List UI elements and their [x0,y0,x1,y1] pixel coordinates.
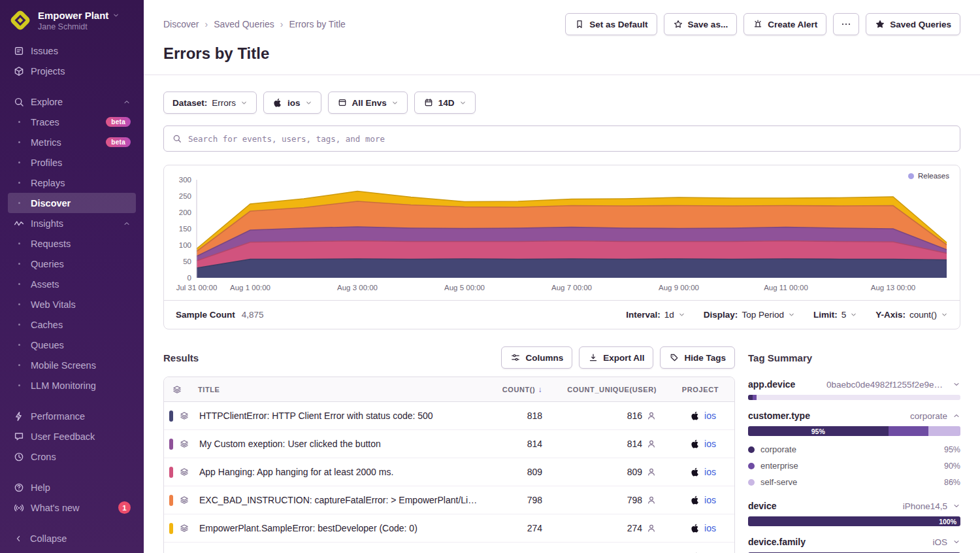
org-switcher[interactable]: Empower Plant Jane Schmidt [0,0,144,39]
sidebar-item-metrics[interactable]: Metricsbeta [8,132,136,152]
tag-value-link[interactable]: corporate [760,444,796,454]
project-link[interactable]: ios [704,523,716,533]
dataset-filter[interactable]: Dataset: Errors [163,92,257,114]
project-cell: ios [666,495,734,505]
sidebar-item-label: Assets [31,279,59,290]
tag-row-device-family[interactable]: device.familyiOS [748,537,960,547]
error-title-link[interactable]: My Custom exeption: User clicked the but… [198,439,486,449]
set-as-default-button[interactable]: Set as Default [565,13,657,35]
sidebar-item-mobile-screens[interactable]: Mobile Screens [8,355,136,375]
count-unique-value: 798 [627,495,642,505]
sidebar-item-crons[interactable]: Crons [8,446,136,467]
tag-distribution-bar: 95% [748,426,960,436]
hide-tags-button[interactable]: Hide Tags [660,346,735,369]
svg-text:Aug 13 00:00: Aug 13 00:00 [871,284,915,292]
sidebar-item-user-feedback[interactable]: User Feedback [8,426,136,446]
sidebar-item-profiles[interactable]: Profiles [8,152,136,173]
chart-footer: Sample Count 4,875 Interval: 1d Display:… [164,300,960,329]
table-row: EmpowerPlant.SampleError: bestDeveloper … [164,514,734,543]
interval-dropdown[interactable]: Interval: 1d [626,310,685,320]
tag-icon [669,352,679,363]
apple-icon [690,411,700,421]
environments-icon [337,97,348,108]
limit-dropdown[interactable]: Limit: 5 [813,310,857,320]
tag-top-value: iPhone14,5 [903,501,947,511]
sidebar-item-replays[interactable]: Replays [8,173,136,193]
export-all-button[interactable]: Export All [579,346,653,369]
column-header-count-unique[interactable]: COUNT_UNIQUE(USER) [551,386,666,394]
row-type-cell [164,467,198,478]
project-link[interactable]: ios [704,467,716,477]
tag-key: device.family [748,537,806,547]
bar-segment: 95% [748,426,889,436]
dataset-label: Dataset: [172,98,207,108]
sidebar-item-traces[interactable]: Tracesbeta [8,112,136,132]
legend-releases[interactable]: Releases [908,172,949,180]
display-dropdown[interactable]: Display: Top Period [704,310,795,320]
sidebar-item-insights[interactable]: Insights [8,213,136,233]
project-link[interactable]: ios [704,411,716,421]
projects-icon [13,65,25,77]
error-title-link[interactable]: App Hanging: App hanging for at least 20… [198,467,486,477]
column-header-project[interactable]: PROJECT [666,386,734,394]
series-color-swatch [169,411,173,422]
column-header-count[interactable]: COUNT() ↓ [486,385,551,394]
error-title-link[interactable]: HTTPClientError: HTTP Client Error with … [198,411,486,421]
date-range-filter[interactable]: 14D [414,92,476,114]
breadcrumb-separator: › [280,19,284,29]
project-link[interactable]: ios [704,495,716,505]
project-filter[interactable]: ios [263,92,321,114]
column-header-type [164,384,198,395]
count-cell: 814 [486,439,551,449]
tag-row-device[interactable]: deviceiPhone14,5 [748,501,960,511]
sidebar-item-performance[interactable]: Performance [8,406,136,426]
bullet-dot [13,137,25,148]
sidebar-item-projects[interactable]: Projects [8,61,136,81]
sidebar-item-queries[interactable]: Queries [8,254,136,274]
search-input[interactable] [188,134,952,144]
svg-text:100: 100 [179,241,191,249]
sidebar-item-label: Profiles [31,158,62,168]
more-options-button[interactable] [833,13,859,35]
sidebar-item-queues[interactable]: Queues [8,335,136,355]
column-label: PROJECT [682,386,719,394]
y-axis-label: Y-Axis: [875,310,906,320]
bullet-dot [13,258,25,270]
tag-breakdown-row: enterprise90% [748,458,960,474]
sidebar-item-assets[interactable]: Assets [8,274,136,294]
sidebar-item-llm-monitoring[interactable]: LLM Monitoring [8,375,136,395]
sidebar-item-web-vitals[interactable]: Web Vitals [8,294,136,314]
tag-row-app-device[interactable]: app.device0baebc0de4982f1255f2e9e9fb7… [748,379,960,390]
collapse-button[interactable]: Collapse [0,524,144,553]
tag-row-customer-type[interactable]: customer.typecorporate [748,411,960,421]
columns-button[interactable]: Columns [501,346,572,369]
sidebar-item-discover[interactable]: Discover [8,193,136,213]
sidebar-item-requests[interactable]: Requests [8,233,136,254]
create-alert-button[interactable]: Create Alert [743,13,826,35]
project-cell: ios [666,411,734,421]
project-link[interactable]: ios [704,439,716,449]
chevron-down-icon [953,502,960,510]
error-title-link[interactable]: EXC_BAD_INSTRUCTION: captureFatalError: … [198,495,486,505]
main: Discover › Saved Queries › Errors by Tit… [144,0,980,553]
sidebar-item-help[interactable]: Help [8,477,136,497]
project-filter-value: ios [287,98,301,108]
column-header-title[interactable]: TITLE [198,386,486,394]
sidebar-item-caches[interactable]: Caches [8,314,136,335]
tag-item-customer-type: customer.typecorporate95%corporate95%ent… [748,411,960,490]
tag-item-device-family: device.familyiOS100% [748,537,960,553]
tag-value-link[interactable]: enterprise [760,461,798,471]
limit-value: 5 [841,310,847,320]
error-title-link[interactable]: EmpowerPlant.SampleError: bestDeveloper … [198,523,486,533]
sidebar-item-what-s-new[interactable]: What's new1 [8,497,136,518]
y-axis-dropdown[interactable]: Y-Axis: count() [875,310,948,320]
sidebar-item-explore[interactable]: Explore [8,92,136,112]
sidebar-item-issues[interactable]: Issues [8,41,136,61]
chart-area: 050100150200250300Jul 31 00:00Aug 1 00:0… [164,165,960,300]
saved-queries-button[interactable]: Saved Queries [866,13,960,35]
breadcrumb-discover[interactable]: Discover [163,19,199,29]
save-as-button[interactable]: Save as... [664,13,738,35]
breadcrumb-saved-queries[interactable]: Saved Queries [214,19,274,29]
environment-filter[interactable]: All Envs [328,92,408,114]
tag-value-link[interactable]: self-serve [760,477,797,487]
